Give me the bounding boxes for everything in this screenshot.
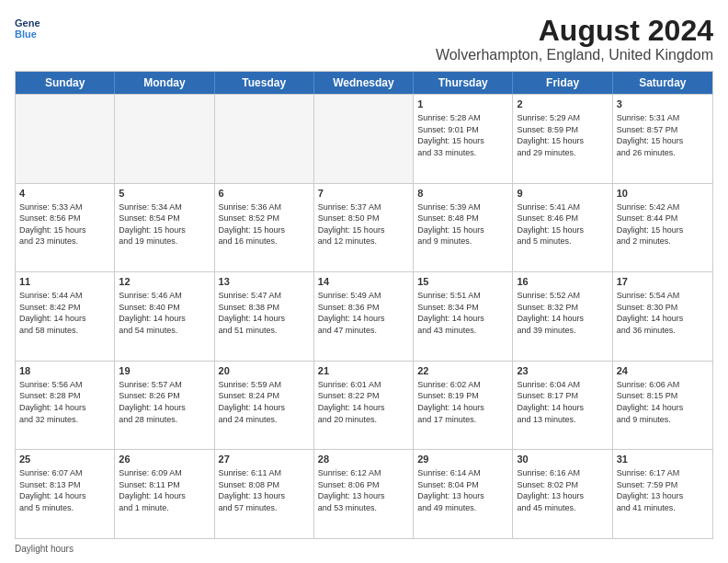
cal-cell-6: 6Sunrise: 5:36 AM Sunset: 8:52 PM Daylig… [215,184,314,272]
calendar-week-5: 25Sunrise: 6:07 AM Sunset: 8:13 PM Dayli… [16,449,712,538]
calendar-header-row: SundayMondayTuesdayWednesdayThursdayFrid… [16,72,712,94]
day-header-wednesday: Wednesday [314,72,414,94]
calendar-week-3: 11Sunrise: 5:44 AM Sunset: 8:42 PM Dayli… [16,271,712,361]
day-number: 24 [617,364,709,378]
calendar-week-1: 1Sunrise: 5:28 AM Sunset: 9:01 PM Daylig… [16,94,712,183]
day-number: 6 [219,187,310,201]
day-info: Sunrise: 5:34 AM Sunset: 8:54 PM Dayligh… [119,201,210,247]
day-number: 29 [417,453,508,466]
day-info: Sunrise: 5:51 AM Sunset: 8:34 PM Dayligh… [417,290,508,336]
cal-cell-18: 18Sunrise: 5:56 AM Sunset: 8:28 PM Dayli… [16,362,115,450]
day-info: Sunrise: 5:29 AM Sunset: 8:59 PM Dayligh… [517,112,608,158]
cal-cell-12: 12Sunrise: 5:46 AM Sunset: 8:40 PM Dayli… [115,272,214,361]
day-info: Sunrise: 5:54 AM Sunset: 8:30 PM Dayligh… [617,290,709,336]
day-header-friday: Friday [513,72,612,94]
page-header: General Blue August 2024 Wolverhampton, … [15,15,713,63]
day-info: Sunrise: 5:37 AM Sunset: 8:50 PM Dayligh… [318,201,409,247]
title-block: August 2024 Wolverhampton, England, Unit… [436,15,713,63]
day-info: Sunrise: 5:42 AM Sunset: 8:44 PM Dayligh… [617,201,709,247]
day-number: 13 [219,275,310,289]
cal-cell-10: 10Sunrise: 5:42 AM Sunset: 8:44 PM Dayli… [613,184,712,272]
cal-cell-2: 2Sunrise: 5:29 AM Sunset: 8:59 PM Daylig… [513,95,612,183]
day-number: 4 [19,187,110,201]
cal-cell-14: 14Sunrise: 5:49 AM Sunset: 8:36 PM Dayli… [314,272,414,361]
cal-cell-19: 19Sunrise: 5:57 AM Sunset: 8:26 PM Dayli… [115,362,214,450]
cal-cell-11: 11Sunrise: 5:44 AM Sunset: 8:42 PM Dayli… [16,272,115,361]
cal-cell-23: 23Sunrise: 6:04 AM Sunset: 8:17 PM Dayli… [513,362,612,450]
cal-cell-empty-0-2 [215,95,314,183]
day-number: 3 [617,98,709,111]
day-info: Sunrise: 5:59 AM Sunset: 8:24 PM Dayligh… [219,379,310,425]
day-info: Sunrise: 5:28 AM Sunset: 9:01 PM Dayligh… [417,112,508,158]
day-number: 25 [19,453,110,466]
day-number: 15 [417,275,508,289]
day-number: 9 [517,187,608,201]
day-number: 19 [119,364,210,378]
day-info: Sunrise: 5:56 AM Sunset: 8:28 PM Dayligh… [19,379,110,425]
svg-text:General: General [15,17,40,29]
day-info: Sunrise: 6:14 AM Sunset: 8:04 PM Dayligh… [417,467,508,513]
day-number: 10 [617,187,709,201]
day-number: 16 [517,275,608,289]
cal-cell-9: 9Sunrise: 5:41 AM Sunset: 8:46 PM Daylig… [513,184,612,272]
day-info: Sunrise: 6:12 AM Sunset: 8:06 PM Dayligh… [318,467,409,513]
cal-cell-empty-0-3 [314,95,414,183]
day-number: 5 [119,187,210,201]
day-header-thursday: Thursday [414,72,513,94]
month-year-title: August 2024 [436,15,713,47]
calendar: SundayMondayTuesdayWednesdayThursdayFrid… [15,71,713,539]
calendar-week-4: 18Sunrise: 5:56 AM Sunset: 8:28 PM Dayli… [16,361,712,450]
day-info: Sunrise: 6:16 AM Sunset: 8:02 PM Dayligh… [517,467,608,513]
day-info: Sunrise: 5:33 AM Sunset: 8:56 PM Dayligh… [19,201,110,247]
cal-cell-24: 24Sunrise: 6:06 AM Sunset: 8:15 PM Dayli… [613,362,712,450]
day-info: Sunrise: 5:52 AM Sunset: 8:32 PM Dayligh… [517,290,608,336]
calendar-week-2: 4Sunrise: 5:33 AM Sunset: 8:56 PM Daylig… [16,183,712,272]
day-info: Sunrise: 6:17 AM Sunset: 7:59 PM Dayligh… [617,467,709,513]
day-number: 31 [617,453,709,466]
day-header-monday: Monday [115,72,214,94]
day-number: 7 [318,187,409,201]
calendar-body: 1Sunrise: 5:28 AM Sunset: 9:01 PM Daylig… [16,94,712,538]
day-info: Sunrise: 5:57 AM Sunset: 8:26 PM Dayligh… [119,379,210,425]
day-number: 8 [417,187,508,201]
cal-cell-3: 3Sunrise: 5:31 AM Sunset: 8:57 PM Daylig… [613,95,712,183]
day-number: 22 [417,364,508,378]
day-info: Sunrise: 5:39 AM Sunset: 8:48 PM Dayligh… [417,201,508,247]
day-info: Sunrise: 5:41 AM Sunset: 8:46 PM Dayligh… [517,201,608,247]
cal-cell-25: 25Sunrise: 6:07 AM Sunset: 8:13 PM Dayli… [16,450,115,538]
day-number: 2 [517,98,608,111]
day-header-sunday: Sunday [16,72,115,94]
cal-cell-20: 20Sunrise: 5:59 AM Sunset: 8:24 PM Dayli… [215,362,314,450]
cal-cell-16: 16Sunrise: 5:52 AM Sunset: 8:32 PM Dayli… [513,272,612,361]
day-info: Sunrise: 6:06 AM Sunset: 8:15 PM Dayligh… [617,379,709,425]
cal-cell-21: 21Sunrise: 6:01 AM Sunset: 8:22 PM Dayli… [314,362,414,450]
day-number: 12 [119,275,210,289]
day-number: 26 [119,453,210,466]
day-number: 1 [417,98,508,111]
cal-cell-15: 15Sunrise: 5:51 AM Sunset: 8:34 PM Dayli… [414,272,513,361]
day-info: Sunrise: 6:02 AM Sunset: 8:19 PM Dayligh… [417,379,508,425]
day-info: Sunrise: 5:46 AM Sunset: 8:40 PM Dayligh… [119,290,210,336]
cal-cell-5: 5Sunrise: 5:34 AM Sunset: 8:54 PM Daylig… [115,184,214,272]
day-info: Sunrise: 6:09 AM Sunset: 8:11 PM Dayligh… [119,467,210,513]
day-number: 18 [19,364,110,378]
cal-cell-28: 28Sunrise: 6:12 AM Sunset: 8:06 PM Dayli… [314,450,414,538]
cal-cell-22: 22Sunrise: 6:02 AM Sunset: 8:19 PM Dayli… [414,362,513,450]
day-info: Sunrise: 5:36 AM Sunset: 8:52 PM Dayligh… [219,201,310,247]
day-number: 17 [617,275,709,289]
day-info: Sunrise: 5:47 AM Sunset: 8:38 PM Dayligh… [219,290,310,336]
cal-cell-27: 27Sunrise: 6:11 AM Sunset: 8:08 PM Dayli… [215,450,314,538]
day-number: 20 [219,364,310,378]
cal-cell-4: 4Sunrise: 5:33 AM Sunset: 8:56 PM Daylig… [16,184,115,272]
cal-cell-8: 8Sunrise: 5:39 AM Sunset: 8:48 PM Daylig… [414,184,513,272]
svg-text:Blue: Blue [15,29,37,40]
day-info: Sunrise: 6:04 AM Sunset: 8:17 PM Dayligh… [517,379,608,425]
cal-cell-30: 30Sunrise: 6:16 AM Sunset: 8:02 PM Dayli… [513,450,612,538]
cal-cell-1: 1Sunrise: 5:28 AM Sunset: 9:01 PM Daylig… [414,95,513,183]
logo-icon: General Blue [15,15,40,40]
logo: General Blue [15,15,40,40]
day-number: 14 [318,275,409,289]
cal-cell-29: 29Sunrise: 6:14 AM Sunset: 8:04 PM Dayli… [414,450,513,538]
cal-cell-17: 17Sunrise: 5:54 AM Sunset: 8:30 PM Dayli… [613,272,712,361]
day-number: 30 [517,453,608,466]
